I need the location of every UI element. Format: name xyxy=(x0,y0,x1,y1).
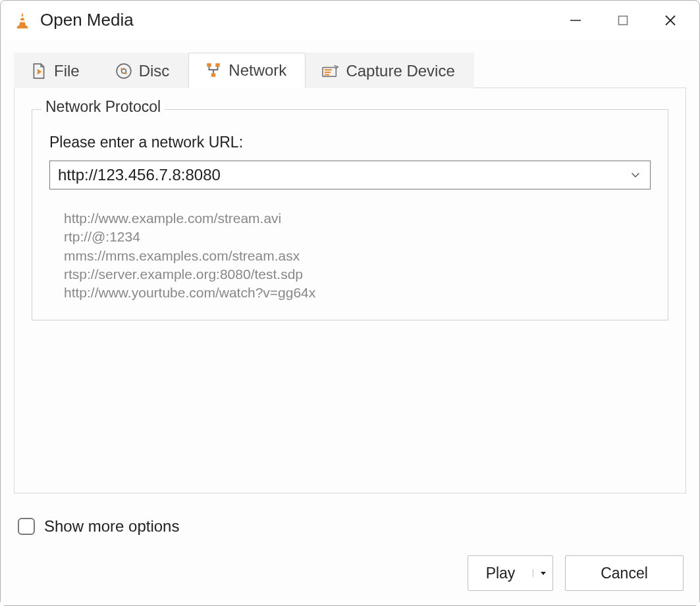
svg-rect-5 xyxy=(619,16,628,24)
file-play-icon xyxy=(30,63,47,80)
show-more-options-label: Show more options xyxy=(44,517,179,536)
tab-file[interactable]: File xyxy=(14,53,99,88)
tab-bar: File Disc xyxy=(14,52,686,88)
network-protocol-group-title: Network Protocol xyxy=(41,98,165,116)
dialog-footer: Show more options Play Cancel xyxy=(14,493,686,599)
tab-disc[interactable]: Disc xyxy=(99,53,189,88)
example-url: mms://mms.examples.com/stream.asx xyxy=(64,247,651,265)
network-url-label: Please enter a network URL: xyxy=(49,134,651,151)
minimize-button[interactable] xyxy=(564,9,587,32)
svg-rect-14 xyxy=(216,63,221,66)
play-button[interactable]: Play xyxy=(468,565,533,582)
svg-rect-1 xyxy=(20,16,25,18)
example-url: http://www.yourtube.com/watch?v=gg64x xyxy=(64,284,651,302)
maximize-button[interactable] xyxy=(611,9,635,32)
button-row: Play Cancel xyxy=(16,555,684,591)
play-button-label: Play xyxy=(486,565,516,582)
tab-file-label: File xyxy=(54,62,80,80)
tab-network[interactable]: Network xyxy=(188,53,306,88)
svg-marker-20 xyxy=(541,572,546,575)
show-more-options-checkbox[interactable] xyxy=(18,518,35,535)
network-lan-icon xyxy=(205,62,222,79)
svg-point-9 xyxy=(117,64,131,78)
cancel-button[interactable]: Cancel xyxy=(565,555,684,591)
tab-disc-label: Disc xyxy=(139,62,170,80)
window-title: Open Media xyxy=(40,10,564,30)
disc-icon xyxy=(115,63,132,80)
svg-marker-3 xyxy=(16,25,28,28)
svg-rect-15 xyxy=(211,73,216,76)
network-url-combobox[interactable] xyxy=(49,161,651,189)
titlebar: Open Media xyxy=(1,1,699,40)
capture-device-icon xyxy=(322,63,339,80)
show-more-options-row[interactable]: Show more options xyxy=(18,517,684,536)
example-url: http://www.example.com/stream.avi xyxy=(64,209,651,228)
network-tab-panel: Network Protocol Please enter a network … xyxy=(14,88,686,493)
open-media-dialog: Open Media xyxy=(0,0,700,606)
play-dropdown-button[interactable] xyxy=(533,569,552,577)
cancel-button-label: Cancel xyxy=(601,565,648,582)
example-url: rtp://@:1234 xyxy=(64,228,651,246)
dialog-content: File Disc xyxy=(1,40,699,605)
tab-network-label: Network xyxy=(229,61,286,80)
svg-point-12 xyxy=(124,72,126,74)
vlc-cone-icon xyxy=(13,11,32,30)
window-controls xyxy=(564,9,682,32)
svg-point-11 xyxy=(121,68,122,70)
example-url: rtsp://server.example.org:8080/test.sdp xyxy=(64,265,651,284)
chevron-down-icon[interactable] xyxy=(628,167,643,183)
svg-marker-0 xyxy=(19,12,26,26)
close-button[interactable] xyxy=(659,9,682,32)
svg-rect-2 xyxy=(20,20,26,22)
svg-rect-13 xyxy=(207,63,212,66)
network-url-input[interactable] xyxy=(57,165,628,185)
svg-marker-8 xyxy=(38,68,42,74)
network-protocol-group: Network Protocol Please enter a network … xyxy=(32,109,668,320)
tab-capture-label: Capture Device xyxy=(346,62,454,80)
network-url-examples: http://www.example.com/stream.avi rtp://… xyxy=(49,209,651,303)
tab-capture[interactable]: Capture Device xyxy=(306,53,473,88)
play-split-button[interactable]: Play xyxy=(468,555,553,591)
